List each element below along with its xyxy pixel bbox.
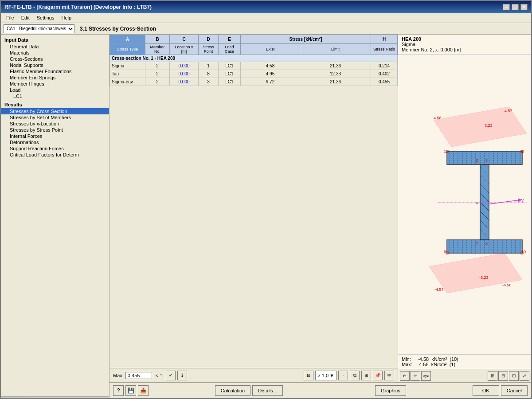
settings-btn[interactable]: ⋮: [338, 371, 348, 380]
val-3-23-bot: -3.23: [479, 275, 489, 280]
max-condition: < 1: [154, 373, 164, 378]
max-value-gfx: 4.58: [419, 362, 428, 367]
table-scroll[interactable]: A B C D E Stress [kN/cm2] H Stress Type: [110, 35, 398, 368]
footer: ? 💾 📤 Calculation Details... Graphics OK…: [110, 382, 531, 398]
sidebar-item-elastic-member-foundations[interactable]: Elastic Member Foundations: [1, 68, 109, 74]
export-btn[interactable]: ⊟: [304, 371, 313, 380]
sidebar-item-materials[interactable]: Materials: [1, 50, 109, 56]
maximize-btn[interactable]: □: [512, 4, 519, 10]
gfx-btn-grid[interactable]: ⊡: [509, 371, 519, 381]
section-header-cell: Cross-section No. 1 - HEA 200: [110, 55, 398, 62]
check-btn[interactable]: ✔: [166, 371, 176, 380]
sidebar-item-member-end-springs[interactable]: Member End Springs: [1, 74, 109, 81]
graphics-min-max: Min: -4.58 kN/cm² (10) Max: 4.58 kN/cm²: [398, 354, 531, 369]
data-table: A B C D E Stress [kN/cm2] H Stress Type: [110, 35, 398, 86]
limit-2: 12.33: [300, 70, 371, 78]
min-line: Min: -4.58 kN/cm² (10): [402, 356, 528, 362]
main-toolbar: CA1 - Biegedrillknicknachweis m 3.1 Stre…: [1, 23, 531, 35]
val-4-58-bot-right: -4.58: [502, 283, 512, 287]
details-btn[interactable]: Details...: [252, 385, 283, 396]
max-line: Max: 4.58 kN/cm² (1): [402, 362, 528, 367]
minimize-btn[interactable]: ─: [503, 4, 510, 10]
gfx-btn-xyz[interactable]: xyz: [421, 371, 431, 381]
window-title: RF-FE-LTB - [Kragarm mit Torsion] (Devel…: [4, 4, 152, 10]
max-label-gfx: Max:: [402, 362, 412, 367]
stress-type-sigma: Sigma: [110, 62, 145, 70]
point6-label: 6: [444, 250, 446, 254]
exist-3: 9.72: [241, 78, 300, 86]
close-btn[interactable]: ✕: [520, 4, 528, 10]
gfx-btn-1[interactable]: 6t: [400, 371, 410, 381]
point7-label: 7: [476, 242, 478, 246]
col-e-header: E: [219, 35, 241, 44]
sidebar-item-general-data[interactable]: General Data: [1, 43, 109, 50]
gfx-btn-percent[interactable]: %: [411, 371, 420, 381]
sidebar-item-stresses-by-cross-section[interactable]: Stresses by Cross-Section: [1, 108, 109, 114]
calculation-btn[interactable]: Calculation: [215, 385, 250, 396]
cancel-btn[interactable]: Cancel: [501, 385, 528, 396]
col-h-header: H: [371, 35, 398, 44]
val-4-58-top-left: 4.58: [434, 116, 442, 120]
member-info: Member No. 2, x: 0.000 [m]: [402, 47, 528, 52]
sigma-label: Sigma: [402, 42, 528, 47]
ratio-3: 0.455: [371, 78, 398, 86]
footer-center-btns: Calculation Details... Graphics: [215, 385, 406, 396]
col-b-header: B: [145, 35, 170, 44]
point3-label: 3: [485, 158, 488, 163]
filter-dropdown[interactable]: > 1,0 ▼: [315, 371, 336, 380]
info-btn[interactable]: ℹ: [177, 371, 187, 380]
export2-btn[interactable]: 📤: [138, 385, 149, 396]
menu-settings[interactable]: Settings: [33, 14, 58, 22]
stress-point-3: 3: [199, 78, 219, 86]
copy-btn[interactable]: ⧉: [350, 371, 360, 380]
sidebar-item-lc1[interactable]: LC1: [1, 93, 109, 99]
sidebar-item-critical-load[interactable]: Critical Load Factors for Determ: [1, 152, 109, 158]
menu-file[interactable]: File: [3, 14, 18, 22]
table-row-sigma-eqv[interactable]: Sigma-eqv 2 0.000 3 LC1 9.72 21.36 0.455: [110, 78, 398, 86]
eye-btn[interactable]: 👁: [384, 371, 394, 380]
sidebar-item-deformations[interactable]: Deformations: [1, 139, 109, 145]
exist-1: 4.58: [241, 62, 300, 70]
sidebar-item-nodal-supports[interactable]: Nodal Supports: [1, 62, 109, 68]
case-dropdown[interactable]: CA1 - Biegedrillknicknachweis m: [4, 24, 74, 33]
sidebar-scroll[interactable]: Input Data General Data Materials Cross-…: [1, 36, 109, 396]
table-bottom-toolbar: Max: < 1 ✔ ℹ ⊟ > 1,0 ▼ ⋮ ⧉ ⊞: [110, 368, 398, 382]
graphics-panel: HEA 200 Sigma Member No. 2, x: 0.000 [m]: [398, 35, 531, 382]
table-row-sigma[interactable]: Sigma 2 0.000 1 LC1 4.58 21.36 0.214: [110, 62, 398, 70]
table-row-tau[interactable]: Tau 2 0.000 8 LC1 4.95 12.33 0.402: [110, 70, 398, 78]
stress-point-2: 8: [199, 70, 219, 78]
gfx-btn-zoom-fit[interactable]: ⤢: [520, 371, 529, 381]
sidebar-item-stresses-by-stress-point[interactable]: Stresses by Stress Point: [1, 127, 109, 133]
col-b-subheader: Member No.: [145, 44, 170, 55]
sidebar-item-load[interactable]: Load: [1, 87, 109, 93]
sidebar-item-member-hinges[interactable]: Member Hinges: [1, 81, 109, 87]
col-g-subheader: Limit: [300, 44, 371, 55]
table-panel: A B C D E Stress [kN/cm2] H Stress Type: [110, 35, 398, 382]
sidebar-item-stresses-by-set[interactable]: Stresses by Set of Members: [1, 114, 109, 121]
help-btn[interactable]: ?: [113, 385, 124, 396]
col-c-subheader: Location x [m]: [170, 44, 199, 55]
gfx-btn-frame[interactable]: ⊞: [488, 371, 497, 381]
val-4-57-top-right: 4.57: [505, 109, 512, 113]
sidebar-item-stresses-by-x[interactable]: Stresses by x-Location: [1, 121, 109, 127]
right-panel: A B C D E Stress [kN/cm2] H Stress Type: [110, 35, 531, 398]
sidebar-item-cross-sections[interactable]: Cross-Sections: [1, 56, 109, 62]
pin-btn[interactable]: 📌: [373, 371, 383, 380]
main-content: Input Data General Data Materials Cross-…: [1, 35, 531, 398]
limit-3: 21.36: [300, 78, 371, 86]
scroll-right-btn[interactable]: ▶: [105, 398, 109, 399]
gfx-btn-center[interactable]: ⊟: [498, 371, 508, 381]
bookmark-btn[interactable]: ⊞: [361, 371, 371, 380]
col-f-subheader: Exist: [241, 44, 300, 55]
ok-btn[interactable]: OK: [473, 385, 499, 396]
menu-edit[interactable]: Edit: [18, 14, 33, 22]
max-value-input[interactable]: [125, 372, 152, 379]
sidebar-item-support-reaction[interactable]: Support Reaction Forces: [1, 145, 109, 152]
location-3: 0.000: [170, 78, 199, 86]
main-window: RF-FE-LTB - [Kragarm mit Torsion] (Devel…: [0, 0, 532, 399]
menu-help[interactable]: Help: [58, 14, 75, 22]
sidebar-hscroll[interactable]: ▶: [1, 396, 109, 398]
save-btn[interactable]: 💾: [125, 385, 136, 396]
sidebar-item-internal-forces[interactable]: Internal Forces: [1, 133, 109, 139]
graphics-btn[interactable]: Graphics: [375, 385, 406, 396]
